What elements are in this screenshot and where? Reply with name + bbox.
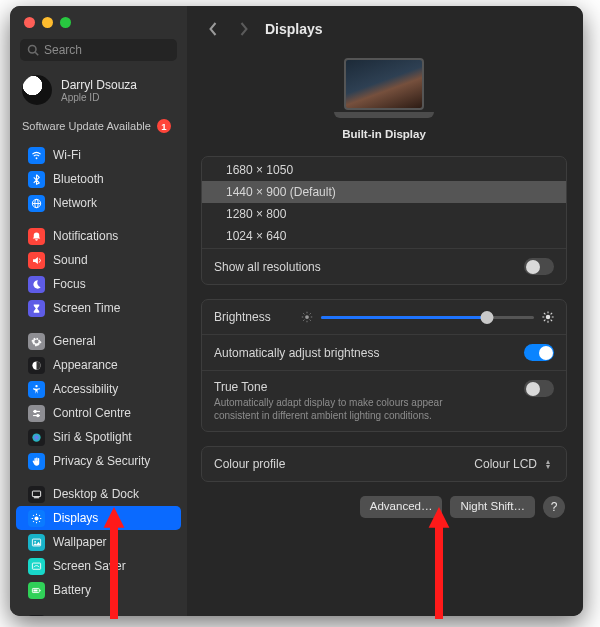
resolution-panel: 1680 × 10501440 × 900 (Default)1280 × 80… (201, 156, 567, 285)
sidebar-item-label: Notifications (53, 229, 118, 244)
colour-profile-label: Colour profile (214, 457, 285, 471)
sidebar-item-general[interactable]: General (16, 329, 181, 353)
sidebar-item-control-centre[interactable]: Control Centre (16, 401, 181, 425)
resolution-option[interactable]: 1440 × 900 (Default) (202, 181, 566, 203)
true-tone-toggle[interactable] (524, 380, 554, 397)
footer: Advanced… Night Shift… ? (201, 482, 567, 518)
lock-icon (28, 615, 45, 617)
svg-line-22 (33, 521, 34, 522)
account-row[interactable]: Darryl Dsouza Apple ID (10, 69, 187, 115)
colour-profile-select[interactable]: Colour LCD ▴▾ (474, 457, 554, 471)
svg-point-25 (34, 540, 36, 542)
sidebar-item-screen-saver[interactable]: Screen Saver (16, 554, 181, 578)
sidebar-item-sound[interactable]: Sound (16, 248, 181, 272)
sidebar-item-label: Accessibility (53, 382, 118, 397)
sidebar-list: Wi-FiBluetoothNetworkNotificationsSoundF… (10, 143, 187, 616)
sidebar-item-battery[interactable]: Battery (16, 578, 181, 602)
sidebar-item-network[interactable]: Network (16, 191, 181, 215)
sidebar-item-label: Network (53, 196, 97, 211)
sidebar-item-label: Lock Screen (53, 616, 120, 617)
back-button[interactable] (201, 17, 225, 41)
resolution-option[interactable]: 1280 × 800 (202, 203, 566, 225)
sidebar-item-label: Privacy & Security (53, 454, 150, 469)
svg-rect-13 (32, 491, 40, 497)
svg-line-45 (544, 313, 546, 315)
true-tone-row: True Tone Automatically adapt display to… (202, 370, 566, 431)
sidebar-item-wallpaper[interactable]: Wallpaper (16, 530, 181, 554)
minimize-icon[interactable] (42, 17, 53, 28)
sidebar-item-bluetooth[interactable]: Bluetooth (16, 167, 181, 191)
zoom-icon[interactable] (60, 17, 71, 28)
colour-profile-row[interactable]: Colour profile Colour LCD ▴▾ (202, 447, 566, 481)
show-all-label: Show all resolutions (214, 260, 321, 274)
sidebar-item-label: Control Centre (53, 406, 131, 421)
svg-rect-29 (33, 589, 37, 591)
sliders-icon (28, 405, 45, 422)
close-icon[interactable] (24, 17, 35, 28)
show-all-toggle[interactable] (524, 258, 554, 275)
svg-line-48 (551, 313, 553, 315)
svg-point-11 (37, 414, 39, 416)
main-panel: Displays Built-in Display 1680 × 1050144… (187, 6, 583, 616)
svg-point-2 (36, 157, 38, 159)
sidebar-item-screen-time[interactable]: Screen Time (16, 296, 181, 320)
help-button[interactable]: ? (543, 496, 565, 518)
bluetooth-icon (28, 171, 45, 188)
sidebar-item-displays[interactable]: Displays (16, 506, 181, 530)
display-preview[interactable]: Built-in Display (201, 58, 567, 140)
screensaver-icon (28, 558, 45, 575)
resolution-option[interactable]: 1024 × 640 (202, 225, 566, 247)
sidebar-item-appearance[interactable]: Appearance (16, 353, 181, 377)
advanced-button[interactable]: Advanced… (360, 496, 443, 518)
svg-rect-28 (40, 589, 41, 590)
gear-icon (28, 333, 45, 350)
brightness-slider[interactable] (301, 311, 554, 323)
svg-point-12 (32, 433, 40, 441)
page-title: Displays (265, 21, 323, 37)
software-update-row[interactable]: Software Update Available 1 (10, 115, 187, 143)
resolution-option[interactable]: 1680 × 1050 (202, 159, 566, 181)
sidebar-item-siri-spotlight[interactable]: Siri & Spotlight (16, 425, 181, 449)
sidebar-item-label: Battery (53, 583, 91, 598)
search-icon (27, 44, 39, 56)
sidebar-item-label: Siri & Spotlight (53, 430, 132, 445)
software-update-label: Software Update Available (22, 120, 151, 132)
sun-bright-icon (542, 311, 554, 323)
wifi-icon (28, 147, 45, 164)
sidebar-item-label: Bluetooth (53, 172, 104, 187)
sidebar-item-privacy-security[interactable]: Privacy & Security (16, 449, 181, 473)
sidebar-item-accessibility[interactable]: Accessibility (16, 377, 181, 401)
true-tone-desc: Automatically adapt display to make colo… (214, 394, 474, 422)
svg-line-46 (551, 320, 553, 322)
sun-dim-icon (301, 311, 313, 323)
sidebar-item-wi-fi[interactable]: Wi-Fi (16, 143, 181, 167)
display-name: Built-in Display (342, 128, 426, 140)
svg-rect-14 (34, 497, 40, 498)
sidebar-item-label: Focus (53, 277, 86, 292)
sidebar-item-focus[interactable]: Focus (16, 272, 181, 296)
sidebar-item-lock-screen[interactable]: Lock Screen (16, 611, 181, 616)
search-input[interactable]: Search (20, 39, 177, 61)
true-tone-label: True Tone (214, 380, 474, 394)
sidebar-item-desktop-dock[interactable]: Desktop & Dock (16, 482, 181, 506)
night-shift-button[interactable]: Night Shift… (450, 496, 535, 518)
battery-icon (28, 582, 45, 599)
moon-icon (28, 276, 45, 293)
forward-button[interactable] (231, 17, 255, 41)
resolution-list[interactable]: 1680 × 10501440 × 900 (Default)1280 × 80… (202, 157, 566, 248)
svg-point-0 (29, 46, 37, 54)
svg-line-1 (35, 52, 38, 55)
colour-profile-panel: Colour profile Colour LCD ▴▾ (201, 446, 567, 482)
svg-point-7 (35, 384, 37, 386)
brightness-row: Brightness (202, 300, 566, 334)
titlebar: Displays (201, 6, 567, 52)
show-all-resolutions-row: Show all resolutions (202, 248, 566, 284)
brightness-panel: Brightness Automatically adjust brightne… (201, 299, 567, 432)
svg-line-38 (303, 320, 304, 321)
auto-brightness-toggle[interactable] (524, 344, 554, 361)
sidebar-item-label: Displays (53, 511, 98, 526)
sidebar-item-notifications[interactable]: Notifications (16, 224, 181, 248)
svg-line-39 (309, 313, 310, 314)
svg-point-15 (34, 516, 38, 520)
globe-icon (28, 195, 45, 212)
